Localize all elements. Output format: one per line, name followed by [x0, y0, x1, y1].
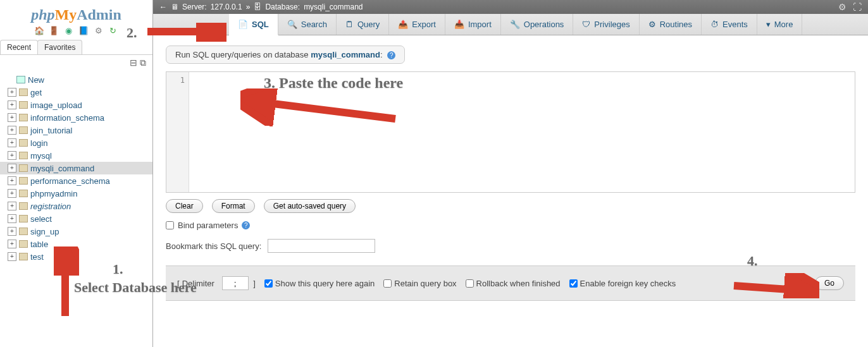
tree-item-label: image_upload	[30, 100, 82, 110]
reload-icon[interactable]: ↻	[108, 26, 118, 36]
tab-label: More	[774, 20, 793, 29]
tab-query[interactable]: 🗒Query	[337, 14, 389, 35]
db-icon	[19, 101, 28, 109]
exit-icon[interactable]: 🚪	[49, 26, 59, 36]
tab-operations[interactable]: 🔧Operations	[501, 14, 574, 35]
tree-item-get[interactable]: +get	[0, 86, 152, 99]
logo-admin: Admin	[77, 6, 121, 23]
expander-icon[interactable]: +	[8, 227, 16, 236]
crumb-db-value[interactable]: mysqli_command	[304, 3, 363, 11]
tree-new-label: New	[28, 75, 44, 85]
tree-item-test[interactable]: +test	[0, 250, 152, 263]
tab-sql[interactable]: 📄SQL	[229, 14, 278, 35]
tree-item-mysql[interactable]: +mysql	[0, 149, 152, 162]
sql-icon[interactable]: ◉	[64, 26, 74, 36]
tab-search[interactable]: 🔍Search	[278, 14, 337, 35]
tree-item-mysqli_command[interactable]: +mysqli_command	[0, 162, 152, 174]
clear-button[interactable]: Clear	[166, 199, 203, 213]
logo-php: php	[31, 6, 54, 23]
db-icon	[19, 215, 28, 222]
tree-item-join_tutorial[interactable]: +join_tutorial	[0, 124, 152, 137]
tree-new[interactable]: New	[0, 73, 152, 86]
expander-icon[interactable]: +	[8, 88, 16, 97]
tree-item-information_schema[interactable]: +information_schema	[0, 111, 152, 124]
events-icon: ⏱	[710, 20, 719, 29]
expander-icon[interactable]: +	[8, 126, 16, 135]
tab-events[interactable]: ⏱Events	[702, 14, 757, 35]
gear-icon[interactable]: ⚙	[838, 2, 846, 12]
expander-icon[interactable]: +	[8, 214, 16, 223]
show-again-label: Show this query here again	[275, 279, 375, 288]
tab-routines[interactable]: ⚙Routines	[640, 14, 702, 35]
main: ← 🖥 Server: 127.0.0.1 » 🗄 Database: mysq…	[153, 0, 868, 347]
db-icon	[19, 177, 28, 185]
back-icon[interactable]: ←	[159, 3, 167, 11]
expander-icon[interactable]: +	[8, 100, 16, 109]
more-icon: ▾	[766, 20, 771, 29]
show-again-checkbox[interactable]	[264, 279, 273, 288]
sql-panel-title: Run SQL query/queries on database mysqli…	[166, 46, 405, 64]
help-icon[interactable]: ?	[387, 51, 395, 59]
tree-item-sign_up[interactable]: +sign_up	[0, 225, 152, 238]
expander-icon[interactable]: +	[8, 202, 16, 210]
tree-item-login[interactable]: +login	[0, 137, 152, 149]
database-tree: New +get+image_upload+information_schema…	[0, 71, 152, 347]
tree-item-label: test	[30, 252, 44, 262]
tree-item-label: get	[30, 88, 42, 97]
format-button[interactable]: Format	[212, 199, 255, 213]
tab-export[interactable]: 📤Export	[389, 14, 445, 35]
expander-icon[interactable]: +	[8, 189, 16, 198]
rollback-label: Rollback when finished	[476, 279, 561, 288]
tree-item-registration[interactable]: +registration	[0, 200, 152, 212]
expander-icon[interactable]: +	[8, 113, 16, 122]
sql-icon: 📄	[238, 20, 248, 29]
tree-item-image_upload[interactable]: +image_upload	[0, 99, 152, 111]
home-icon[interactable]: 🏠	[34, 26, 44, 36]
crumb-server-value[interactable]: 127.0.0.1	[211, 3, 242, 11]
tab-import[interactable]: 📥Import	[445, 14, 501, 35]
tree-item-performance_schema[interactable]: +performance_schema	[0, 174, 152, 187]
expander-icon[interactable]: +	[8, 176, 16, 185]
fullscreen-icon[interactable]: ⛶	[853, 2, 862, 12]
bind-params-checkbox[interactable]	[166, 221, 174, 229]
expander-icon[interactable]: +	[8, 240, 16, 248]
help-icon-2[interactable]: ?	[242, 221, 250, 229]
tab-privileges[interactable]: 🛡Privileges	[573, 14, 639, 35]
operations-icon: 🔧	[510, 20, 520, 29]
go-button[interactable]: Go	[815, 276, 844, 290]
tab-favorites[interactable]: Favorites	[37, 40, 82, 54]
tree-item-label: mysqli_command	[30, 164, 94, 173]
tab-recent[interactable]: Recent	[0, 40, 38, 54]
db-icon	[19, 152, 28, 159]
docs-icon[interactable]: 📘	[78, 26, 89, 36]
rollback-checkbox[interactable]	[466, 279, 474, 288]
tree-item-phpmyadmin[interactable]: +phpmyadmin	[0, 187, 152, 200]
breadcrumb: ← 🖥 Server: 127.0.0.1 » 🗄 Database: mysq…	[153, 0, 868, 14]
bind-params-label: Bind parameters	[178, 221, 238, 230]
expander-icon[interactable]: +	[8, 164, 16, 173]
sidebar-tabs: Recent Favorites	[0, 40, 152, 55]
expander-icon[interactable]: +	[8, 252, 16, 261]
delimiter-input[interactable]	[222, 276, 249, 290]
sql-editor[interactable]	[189, 72, 855, 192]
bookmark-input[interactable]	[268, 239, 375, 253]
fk-checks-checkbox[interactable]	[569, 279, 578, 288]
export-icon: 📤	[398, 20, 408, 29]
sidebar-iconbar: 🏠 🚪 ◉ 📘 ⚙ ↻	[0, 25, 152, 40]
new-db-icon	[16, 76, 25, 83]
tab-label: Import	[468, 20, 492, 29]
retain-box-checkbox[interactable]	[383, 279, 392, 288]
autosaved-button[interactable]: Get auto-saved query	[264, 199, 356, 213]
expander-icon[interactable]: +	[8, 138, 16, 147]
crumb-db-label: Database:	[265, 3, 300, 11]
tree-item-table[interactable]: +table	[0, 238, 152, 250]
sql-title-db[interactable]: mysqli_command	[311, 50, 380, 59]
logo: phpMyAdmin	[0, 0, 152, 25]
collapse-toggle[interactable]: ⊟ ⧉	[0, 55, 152, 71]
tree-item-select[interactable]: +select	[0, 212, 152, 225]
db-icon	[19, 228, 28, 235]
settings-icon[interactable]: ⚙	[94, 26, 104, 36]
expander-icon[interactable]: +	[8, 151, 16, 160]
delimiter-label: Delimiter	[182, 279, 214, 288]
tab-more[interactable]: ▾More	[757, 14, 803, 35]
